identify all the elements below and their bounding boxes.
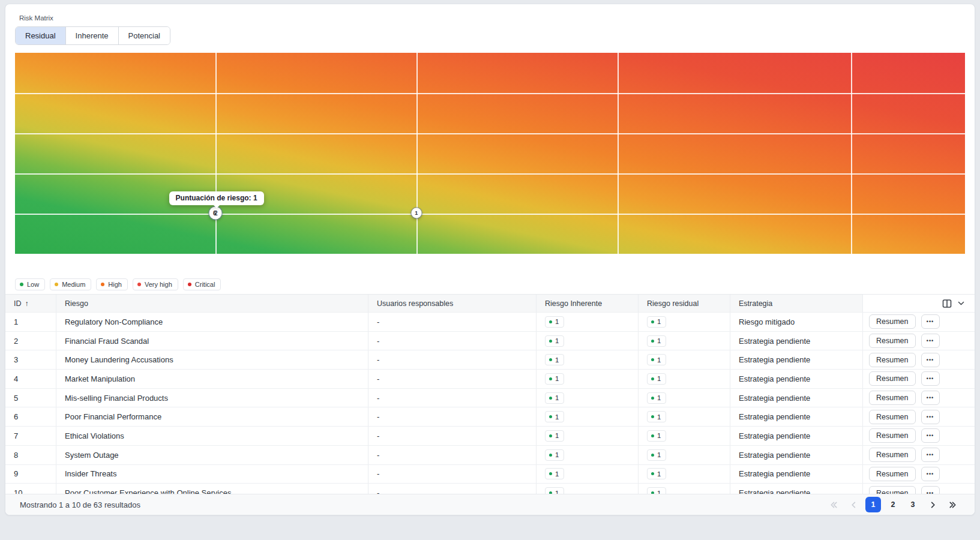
resumen-button[interactable]: Resumen bbox=[869, 428, 916, 443]
cell-id: 8 bbox=[5, 446, 56, 464]
table-row: 5 Mis-selling Financial Products - 1 1 bbox=[5, 389, 975, 408]
sort-ascending-icon[interactable]: ↑ bbox=[25, 299, 29, 308]
legend-color-dot-icon bbox=[188, 283, 191, 286]
cell-riesgo: Money Laundering Accusations bbox=[56, 350, 368, 369]
legend-item-label: Medium bbox=[62, 281, 85, 288]
column-header-riesgo[interactable]: Riesgo bbox=[56, 295, 368, 312]
resumen-button[interactable]: Resumen bbox=[869, 314, 916, 329]
table-row: 9 Insider Threats - 1 1 bbox=[5, 465, 975, 484]
legend-item[interactable]: Medium bbox=[50, 278, 91, 290]
more-actions-button[interactable]: ••• bbox=[921, 410, 940, 424]
more-actions-button[interactable]: ••• bbox=[921, 371, 940, 386]
residual-badge: 1 bbox=[647, 354, 666, 365]
cell-estrategia: Estrategia pendiente bbox=[730, 465, 863, 484]
previous-page-button[interactable] bbox=[846, 497, 861, 512]
residual-badge: 1 bbox=[647, 392, 666, 404]
first-page-button[interactable] bbox=[826, 497, 841, 512]
risk-matrix-heatmap[interactable]: 62 1 Puntuación de riesgo: 1 bbox=[15, 53, 965, 254]
table-header-row: ID ↑ Riesgo Usuarios responsables Riesgo… bbox=[5, 295, 975, 313]
more-actions-button[interactable]: ••• bbox=[921, 334, 940, 348]
legend-item[interactable]: Very high bbox=[133, 278, 178, 290]
cell-riesgo-inherente: 1 bbox=[537, 313, 639, 331]
next-page-button[interactable] bbox=[925, 497, 940, 512]
legend-item[interactable]: Critical bbox=[183, 278, 221, 290]
column-header-actions bbox=[863, 295, 975, 312]
residual-badge: 1 bbox=[647, 316, 666, 328]
column-header-id[interactable]: ID ↑ bbox=[5, 295, 56, 312]
chevron-right-icon bbox=[928, 500, 937, 509]
cell-actions: Resumen ••• bbox=[863, 313, 975, 331]
pagination: 1 2 3 bbox=[826, 497, 960, 512]
legend-item-label: Low bbox=[27, 281, 39, 288]
badge-dot-icon bbox=[651, 377, 654, 380]
column-header-estrategia[interactable]: Estrategia bbox=[730, 295, 863, 312]
inherente-badge: 1 bbox=[545, 449, 564, 461]
grid-line-horizontal bbox=[15, 93, 965, 94]
cell-usuarios: - bbox=[368, 350, 537, 369]
tab-inherente[interactable]: Inherente bbox=[66, 27, 119, 44]
chevrons-right-icon bbox=[948, 500, 957, 509]
cell-estrategia: Estrategia pendiente bbox=[730, 332, 863, 350]
resumen-button[interactable]: Resumen bbox=[869, 353, 916, 367]
page-button-1[interactable]: 1 bbox=[865, 497, 881, 512]
resumen-button[interactable]: Resumen bbox=[869, 448, 916, 462]
legend-item[interactable]: High bbox=[96, 278, 128, 290]
more-actions-button[interactable]: ••• bbox=[921, 353, 940, 367]
badge-dot-icon bbox=[549, 377, 552, 380]
column-header-usuarios[interactable]: Usuarios responsables bbox=[368, 295, 537, 312]
matrix-view-tabs: Residual Inherente Potencial bbox=[15, 26, 170, 45]
results-summary: Mostrando 1 a 10 de 63 resultados bbox=[20, 500, 140, 509]
risks-table: ID ↑ Riesgo Usuarios responsables Riesgo… bbox=[5, 294, 975, 503]
resumen-button[interactable]: Resumen bbox=[869, 334, 916, 348]
table-row: 6 Poor Financial Performance - 1 1 bbox=[5, 407, 975, 427]
column-header-inherente[interactable]: Riesgo Inherente bbox=[537, 295, 639, 312]
more-actions-button[interactable]: ••• bbox=[921, 467, 940, 481]
badge-dot-icon bbox=[651, 320, 654, 323]
badge-dot-icon bbox=[549, 472, 552, 475]
risk-level-legend: Low Medium High Very high bbox=[15, 278, 965, 290]
cell-estrategia: Estrategia pendiente bbox=[730, 389, 863, 407]
tab-potencial[interactable]: Potencial bbox=[119, 27, 170, 44]
table-row: 3 Money Laundering Accusations - 1 1 bbox=[5, 350, 975, 370]
table-body: 1 Regulatory Non-Compliance - 1 1 bbox=[5, 313, 975, 503]
risk-matrix-card: Risk Matrix Residual Inherente Potencial… bbox=[5, 4, 975, 515]
grid-line-vertical bbox=[215, 53, 217, 254]
grid-line-horizontal bbox=[15, 173, 965, 175]
cell-estrategia: Estrategia pendiente bbox=[730, 407, 863, 426]
cell-usuarios: - bbox=[368, 332, 537, 350]
resumen-button[interactable]: Resumen bbox=[869, 410, 916, 424]
chevron-down-icon bbox=[957, 299, 965, 307]
cell-estrategia: Estrategia pendiente bbox=[730, 427, 863, 445]
cell-riesgo: Ethical Violations bbox=[56, 427, 368, 445]
cell-riesgo: Insider Threats bbox=[56, 465, 368, 484]
legend-item[interactable]: Low bbox=[15, 278, 45, 290]
risk-point-marker[interactable]: 1 bbox=[411, 208, 421, 218]
column-header-residual[interactable]: Riesgo residual bbox=[639, 295, 730, 312]
cell-usuarios: - bbox=[368, 446, 537, 464]
badge-dot-icon bbox=[651, 358, 654, 361]
badge-dot-icon bbox=[651, 454, 654, 457]
resumen-button[interactable]: Resumen bbox=[869, 371, 916, 386]
cell-riesgo: System Outage bbox=[56, 446, 368, 464]
legend-item-label: Critical bbox=[195, 281, 215, 288]
more-actions-button[interactable]: ••• bbox=[921, 314, 940, 329]
page-button-3[interactable]: 3 bbox=[905, 497, 921, 512]
column-settings-button[interactable] bbox=[942, 299, 965, 308]
last-page-button[interactable] bbox=[945, 497, 960, 512]
more-actions-button[interactable]: ••• bbox=[921, 448, 940, 462]
resumen-button[interactable]: Resumen bbox=[869, 467, 916, 481]
cell-riesgo: Market Manipulation bbox=[56, 370, 368, 388]
cell-estrategia: Estrategia pendiente bbox=[730, 350, 863, 369]
inherente-badge: 1 bbox=[545, 468, 564, 479]
badge-dot-icon bbox=[549, 358, 552, 361]
resumen-button[interactable]: Resumen bbox=[869, 391, 916, 405]
cell-id: 5 bbox=[5, 389, 56, 407]
risk-point-marker[interactable]: 62 bbox=[209, 206, 221, 219]
page-button-2[interactable]: 2 bbox=[885, 497, 901, 512]
inherente-badge: 1 bbox=[545, 335, 564, 347]
cell-actions: Resumen ••• bbox=[863, 370, 975, 388]
more-actions-button[interactable]: ••• bbox=[921, 428, 940, 443]
grid-line-vertical bbox=[851, 53, 852, 254]
more-actions-button[interactable]: ••• bbox=[921, 391, 940, 405]
tab-residual[interactable]: Residual bbox=[16, 27, 66, 44]
